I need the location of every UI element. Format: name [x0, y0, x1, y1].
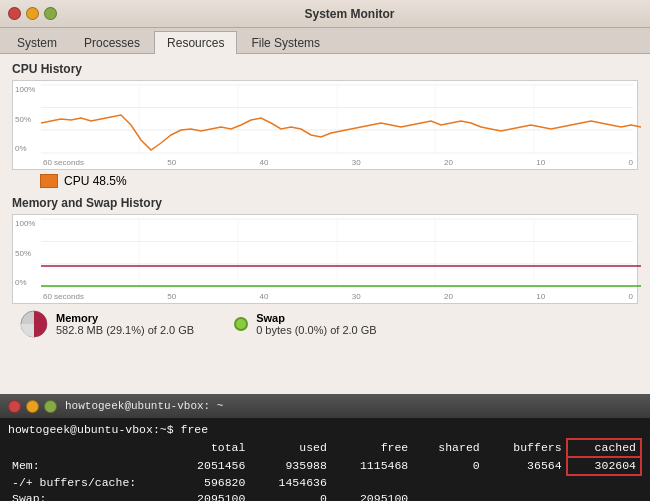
cpu-x-labels: 60 seconds 50 40 30 20 10 0 — [43, 158, 633, 167]
tab-system[interactable]: System — [4, 31, 70, 53]
resources-panel: CPU History 100% 50% 0% — [0, 54, 650, 394]
memory-icon — [20, 310, 48, 338]
terminal-swap-row: Swap: 2095100 0 2095100 — [8, 491, 641, 501]
memory-legend-item: Memory 582.8 MB (29.1%) of 2.0 GB — [20, 310, 194, 338]
terminal-max-button[interactable] — [44, 400, 57, 413]
memory-label: Memory — [56, 312, 194, 324]
terminal-buffers-row: -/+ buffers/cache: 596820 1454636 — [8, 475, 641, 491]
terminal-window: howtogeek@ubuntu-vbox: ~ howtogeek@ubunt… — [0, 394, 650, 501]
memory-legend-row: Memory 582.8 MB (29.1%) of 2.0 GB Swap 0… — [12, 310, 638, 338]
maximize-button[interactable] — [44, 7, 57, 20]
mem-x-labels: 60 seconds 50 40 30 20 10 0 — [43, 292, 633, 301]
close-button[interactable] — [8, 7, 21, 20]
terminal-title-bar: howtogeek@ubuntu-vbox: ~ — [0, 394, 650, 418]
terminal-controls[interactable] — [8, 400, 57, 413]
swap-legend-item: Swap 0 bytes (0.0%) of 2.0 GB — [234, 312, 376, 336]
swap-value: 0 bytes (0.0%) of 2.0 GB — [256, 324, 376, 336]
terminal-body: howtogeek@ubuntu-vbox:~$ free total used… — [0, 418, 650, 501]
tab-bar: System Processes Resources File Systems — [0, 28, 650, 54]
memory-value: 582.8 MB (29.1%) of 2.0 GB — [56, 324, 194, 336]
terminal-free-output: total used free shared buffers cached Me… — [8, 438, 642, 501]
terminal-prompt1: howtogeek@ubuntu-vbox:~$ free — [8, 422, 642, 438]
memory-chart-svg — [41, 219, 633, 287]
minimize-button[interactable] — [26, 7, 39, 20]
cpu-chart-svg — [41, 85, 633, 153]
window-title: System Monitor — [57, 7, 642, 21]
cached-header: cached — [567, 439, 641, 457]
tab-resources[interactable]: Resources — [154, 31, 237, 54]
memory-section: Memory and Swap History 100% 50% 0% — [12, 196, 638, 338]
cpu-chart: 100% 50% 0% 60 seconds — [12, 80, 638, 170]
terminal-mem-row: Mem: 2051456 935988 1115468 0 36564 3026… — [8, 457, 641, 475]
cached-value: 302604 — [567, 457, 641, 475]
cpu-legend: CPU 48.5% — [40, 174, 638, 188]
cpu-section-title: CPU History — [12, 62, 638, 76]
terminal-header-row: total used free shared buffers cached — [8, 439, 641, 457]
window-chrome: System Monitor System Processes Resource… — [0, 0, 650, 54]
tab-processes[interactable]: Processes — [71, 31, 153, 53]
cpu-history-section: CPU History 100% 50% 0% — [12, 62, 638, 188]
cpu-legend-label: CPU 48.5% — [64, 174, 127, 188]
terminal-title: howtogeek@ubuntu-vbox: ~ — [65, 400, 223, 412]
terminal-min-button[interactable] — [26, 400, 39, 413]
memory-chart: 100% 50% 0% 60 seconds — [12, 214, 638, 304]
mem-y-labels: 100% 50% 0% — [15, 219, 35, 287]
swap-label: Swap — [256, 312, 376, 324]
swap-icon — [234, 317, 248, 331]
tab-filesystems[interactable]: File Systems — [238, 31, 333, 53]
cpu-legend-color — [40, 174, 58, 188]
terminal-close-button[interactable] — [8, 400, 21, 413]
cpu-y-labels: 100% 50% 0% — [15, 85, 35, 153]
window-controls[interactable] — [8, 7, 57, 20]
memory-section-title: Memory and Swap History — [12, 196, 638, 210]
title-bar: System Monitor — [0, 0, 650, 28]
